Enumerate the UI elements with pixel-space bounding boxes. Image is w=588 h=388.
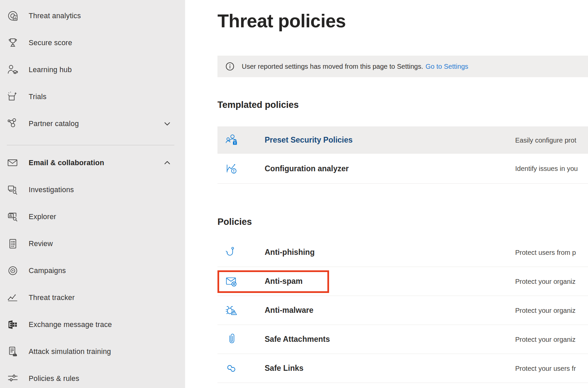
email-collaboration-icon (6, 156, 20, 170)
anti-malware-icon (225, 304, 239, 317)
row-anti-phishing[interactable]: Anti-phishing Protect users from p (217, 238, 588, 267)
sidebar-item-threat-tracker[interactable]: Threat tracker (0, 284, 185, 311)
info-banner: User reported settings has moved from th… (217, 56, 588, 77)
sidebar-item-secure-score[interactable]: Secure score (0, 29, 185, 56)
sidebar-item-label: Threat analytics (29, 12, 81, 20)
chevron-up-icon[interactable] (163, 158, 172, 167)
preset-security-policies-icon (225, 133, 239, 147)
exchange-icon (6, 318, 20, 331)
row-description: Identify issues in you (515, 165, 578, 173)
row-title: Safe Attachments (265, 335, 330, 344)
sidebar-item-email-collaboration[interactable]: Email & collaboration (0, 149, 185, 176)
row-description: Protect your organiz (515, 335, 576, 343)
row-title: Anti-malware (265, 306, 313, 315)
sidebar-item-learning-hub[interactable]: Learning hub (0, 56, 185, 83)
templated-policies-list: Preset Security Policies Easily configur… (217, 126, 588, 184)
safe-links-icon (225, 362, 239, 375)
sidebar-item-label: Policies & rules (29, 375, 79, 383)
row-title: Anti-spam (265, 277, 302, 286)
sidebar-item-label: Attack simulation training (29, 348, 111, 356)
secure-score-icon (6, 36, 20, 50)
partner-catalog-icon (6, 117, 20, 130)
learning-hub-icon (6, 63, 20, 77)
banner-text: User reported settings has moved from th… (242, 63, 423, 70)
row-description: Protect your users fr (515, 364, 576, 372)
policies-list: Anti-phishing Protect users from p Anti-… (217, 238, 588, 383)
row-anti-malware[interactable]: Anti-malware Protect your organiz (217, 296, 588, 325)
sidebar-item-exchange-message-trace[interactable]: Exchange message trace (0, 311, 185, 338)
sidebar-item-label: Email & collaboration (29, 159, 104, 167)
sidebar-item-label: Explorer (29, 213, 56, 221)
row-title: Anti-phishing (265, 248, 315, 257)
policies-rules-icon (6, 372, 20, 385)
sidebar-item-label: Investigations (29, 186, 74, 194)
row-description: Protect users from p (515, 248, 576, 256)
explorer-icon (6, 210, 20, 223)
sidebar-item-label: Partner catalog (29, 120, 79, 128)
investigations-icon (6, 183, 20, 197)
sidebar-item-partner-catalog[interactable]: Partner catalog (0, 110, 185, 137)
sidebar-item-campaigns[interactable]: Campaigns (0, 257, 185, 284)
page-title: Threat policies (217, 10, 346, 32)
configuration-analyzer-icon (225, 162, 239, 175)
row-title: Safe Links (265, 364, 303, 373)
sidebar-item-trials[interactable]: Trials (0, 83, 185, 110)
sidebar-item-explorer[interactable]: Explorer (0, 203, 185, 230)
row-safe-links[interactable]: Safe Links Protect your users fr (217, 354, 588, 383)
sidebar-item-label: Campaigns (29, 267, 66, 275)
sidebar-item-label: Threat tracker (29, 294, 75, 302)
sidebar-item-label: Learning hub (29, 66, 72, 74)
row-description: Protect your organiz (515, 306, 576, 314)
sidebar-item-investigations[interactable]: Investigations (0, 176, 185, 203)
trials-icon (6, 90, 20, 103)
row-safe-attachments[interactable]: Safe Attachments Protect your organiz (217, 325, 588, 354)
review-icon (6, 237, 20, 250)
row-description: Easily configure prot (515, 136, 576, 144)
row-description: Protect your organiz (515, 277, 576, 285)
sidebar-item-threat-analytics[interactable]: Threat analytics (0, 2, 185, 29)
row-title: Configuration analyzer (265, 164, 349, 173)
info-icon (225, 62, 235, 71)
anti-spam-icon (225, 275, 239, 288)
sidebar-item-attack-simulation-training[interactable]: Attack simulation training (0, 338, 185, 365)
sidebar: Threat analytics Secure score (0, 0, 185, 388)
attack-simulation-icon (6, 345, 20, 358)
sidebar-item-label: Review (29, 240, 53, 248)
templated-policies-heading: Templated policies (217, 100, 299, 110)
threat-tracker-icon (6, 291, 20, 304)
safe-attachments-icon (225, 333, 239, 346)
sidebar-item-label: Trials (29, 93, 47, 101)
anti-phishing-icon (225, 246, 239, 259)
sidebar-divider (7, 145, 174, 145)
go-to-settings-link[interactable]: Go to Settings (425, 63, 468, 70)
threat-analytics-icon (6, 9, 20, 23)
chevron-down-icon[interactable] (163, 119, 172, 128)
policies-heading: Policies (217, 217, 252, 227)
sidebar-item-policies-rules[interactable]: Policies & rules (0, 365, 185, 388)
campaigns-icon (6, 264, 20, 277)
row-anti-spam[interactable]: Anti-spam Protect your organiz (217, 267, 588, 296)
row-configuration-analyzer[interactable]: Configuration analyzer Identify issues i… (217, 154, 588, 184)
row-title: Preset Security Policies (265, 136, 353, 145)
sidebar-item-label: Secure score (29, 39, 72, 47)
sidebar-item-review[interactable]: Review (0, 230, 185, 257)
row-preset-security-policies[interactable]: Preset Security Policies Easily configur… (217, 126, 588, 154)
main-content: Threat policies User reported settings h… (185, 0, 588, 388)
sidebar-item-label: Exchange message trace (29, 321, 112, 329)
threat-policies-page: Threat analytics Secure score (0, 0, 588, 388)
